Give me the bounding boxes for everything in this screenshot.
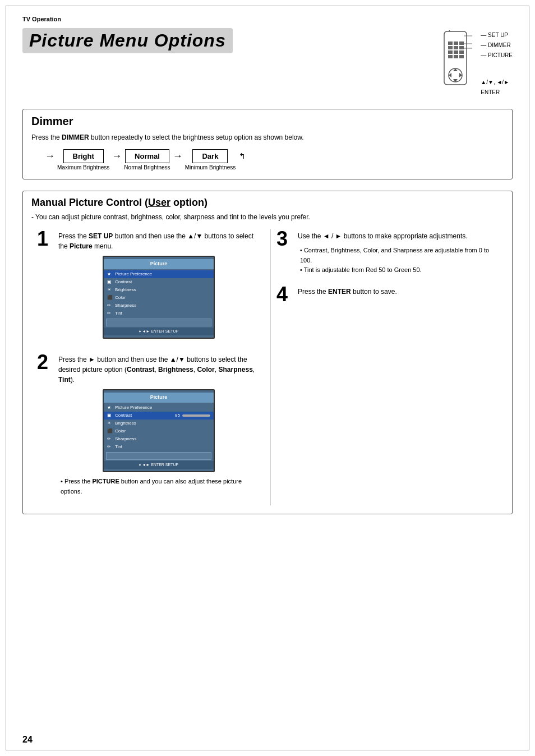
flow-arrow-2: → xyxy=(173,150,183,162)
step-2-number: 2 xyxy=(37,352,53,496)
flow-arrow-end: ↰ xyxy=(239,151,246,160)
step-4-row: 4 Press the ENTER button to save. xyxy=(276,284,498,305)
tv-screen-1: Picture ★ Picture Preference ▣ Contrast … xyxy=(103,256,215,339)
step-4-text: Press the ENTER button to save. xyxy=(298,284,397,305)
steps-grid: 1 Press the SET UP button and then use t… xyxy=(31,229,504,505)
tv-icon-1: ★ xyxy=(107,271,113,278)
svg-rect-10 xyxy=(448,55,453,58)
tv-icon-2-1: ★ xyxy=(107,404,113,411)
tv-icon-6: ✏ xyxy=(107,310,113,317)
title-area: Picture Menu Options xyxy=(22,28,513,98)
step-3-number: 3 xyxy=(276,229,292,275)
svg-rect-9 xyxy=(459,50,464,54)
tv-menu-row-contrast-1: ▣ Contrast xyxy=(104,278,214,286)
tv-menu-row-brightness-2: ☀ Brightness xyxy=(104,420,214,427)
svg-rect-3 xyxy=(459,42,464,45)
remote-label-setup: — SET UP xyxy=(481,30,513,40)
brightness-normal: Normal Normal Brightness xyxy=(124,149,170,170)
tv-screen-2: Picture ★ Picture Preference ▣ Contrast xyxy=(103,389,215,472)
remote-svg xyxy=(436,30,475,92)
step-3-row: 3 Use the ◄ / ► buttons to make appropri… xyxy=(276,229,498,275)
step-2-text: Press the ► button and then use the ▲/▼ … xyxy=(58,352,259,496)
step-3-bullet-2: • Tint is adjustable from Red 50 to Gree… xyxy=(300,265,498,275)
tv-menu-row-picture-pref-2: ★ Picture Preference xyxy=(104,404,214,412)
brightness-normal-box: Normal xyxy=(125,149,169,163)
brightness-bright: Bright Maximum Brightness xyxy=(57,149,109,170)
tv-slider-bar xyxy=(182,414,210,417)
tv-menu-row-brightness-1: ☀ Brightness xyxy=(104,286,214,294)
svg-rect-1 xyxy=(448,42,453,45)
remote-labels: — SET UP — DIMMER — PICTURE ▲/▼, ◄/► ENT… xyxy=(481,30,513,98)
remote-diagram: — SET UP — DIMMER — PICTURE ▲/▼, ◄/► ENT… xyxy=(436,30,513,98)
svg-rect-2 xyxy=(454,42,458,45)
step-1-row: 1 Press the SET UP button and then use t… xyxy=(37,229,259,343)
brightness-bright-box: Bright xyxy=(63,149,104,163)
brightness-dark-label: Minimum Brightness xyxy=(185,164,236,170)
brightness-dark-box: Dark xyxy=(192,149,228,163)
remote-label-arrows: ▲/▼, ◄/► xyxy=(481,77,513,87)
tv-screen-2-header: Picture xyxy=(104,393,214,403)
steps-right-col: 3 Use the ◄ / ► buttons to make appropri… xyxy=(270,229,504,505)
tv-contrast-value: 85 xyxy=(175,412,210,419)
tv-menu-row-sharpness-2: ✏ Sharpness xyxy=(104,435,214,443)
tv-icon-3: ☀ xyxy=(107,287,113,293)
svg-rect-4 xyxy=(448,46,453,49)
tv-menu-row-tint-2: ✏ Tint xyxy=(104,443,214,451)
remote-label-dimmer: — DIMMER xyxy=(481,40,513,50)
tv-menu-row-sharpness-1: ✏ Sharpness xyxy=(104,302,214,310)
dimmer-desc: Press the DIMMER button repeatedly to se… xyxy=(31,133,504,141)
svg-rect-8 xyxy=(454,50,458,54)
tv-menu-row-tint-1: ✏ Tint xyxy=(104,310,214,317)
remote-label-enter: ENTER xyxy=(481,87,513,98)
tv-icon-2: ▣ xyxy=(107,279,113,285)
tv-icon-5: ✏ xyxy=(107,302,113,309)
step-1-text: Press the SET UP button and then use the… xyxy=(58,229,259,343)
tv-icon-2-4: ⬛ xyxy=(107,428,113,435)
step-2-row: 2 Press the ► button and then use the ▲/… xyxy=(37,352,259,496)
svg-rect-6 xyxy=(459,46,464,49)
page-title: Picture Menu Options xyxy=(22,28,233,53)
tv-icon-2-5: ✏ xyxy=(107,436,113,442)
tv-footer-2: ♦ ◄► ENTER SETUP xyxy=(104,461,214,469)
manual-desc: - You can adjust picture contrast, brigh… xyxy=(31,213,504,221)
brightness-dark: Dark Minimum Brightness xyxy=(185,149,236,170)
tv-icon-2-3: ☀ xyxy=(107,420,113,427)
tv-menu-row-contrast-2: ▣ Contrast 85 xyxy=(104,412,214,420)
step-2-note: • Press the PICTURE button and you can a… xyxy=(58,477,259,496)
flow-arrow-1: → xyxy=(112,150,122,162)
brightness-bright-label: Maximum Brightness xyxy=(57,164,109,170)
step-1-number: 1 xyxy=(37,229,53,343)
svg-rect-7 xyxy=(448,50,453,54)
step-3-text: Use the ◄ / ► buttons to make appropriat… xyxy=(298,229,498,275)
tv-menu-row-color-2: ⬛ Color xyxy=(104,427,214,435)
svg-rect-12 xyxy=(459,55,464,58)
flow-arrow-start: → xyxy=(45,150,55,162)
tv-spacer-1 xyxy=(106,319,211,326)
tv-icon-2-6: ✏ xyxy=(107,444,113,450)
brightness-flow: → Bright Maximum Brightness → Normal Nor… xyxy=(43,149,504,170)
svg-rect-11 xyxy=(454,55,458,58)
tv-spacer-2 xyxy=(106,452,211,460)
section-header: TV Operation xyxy=(22,16,513,22)
tv-icon-4: ⬛ xyxy=(107,294,113,301)
section-header-label: TV Operation xyxy=(22,16,61,22)
step-3-bullets: • Contrast, Brightness, Color, and Sharp… xyxy=(298,246,498,275)
page-number: 24 xyxy=(22,735,33,745)
steps-left-col: 1 Press the SET UP button and then use t… xyxy=(31,229,265,505)
brightness-normal-label: Normal Brightness xyxy=(124,164,170,170)
tv-footer-1: ♦ ◄► ENTER SETUP xyxy=(104,328,214,336)
tv-icon-2-2: ▣ xyxy=(107,412,113,419)
step-4-number: 4 xyxy=(276,284,292,305)
manual-title: Manual Picture Control (User option) xyxy=(31,197,504,209)
manual-title-user: User xyxy=(148,197,170,208)
tv-menu-row-picture-pref-1: ★ Picture Preference xyxy=(104,270,214,278)
tv-menu-row-color-1: ⬛ Color xyxy=(104,294,214,302)
remote-label-picture: — PICTURE xyxy=(481,50,513,61)
tv-screen-1-header: Picture xyxy=(104,259,214,269)
svg-rect-5 xyxy=(454,46,458,49)
manual-section: Manual Picture Control (User option) - Y… xyxy=(22,191,513,514)
dimmer-section: Dimmer Press the DIMMER button repeatedl… xyxy=(22,109,513,179)
step-3-bullet-1: • Contrast, Brightness, Color, and Sharp… xyxy=(300,246,498,265)
dimmer-title: Dimmer xyxy=(31,115,504,128)
